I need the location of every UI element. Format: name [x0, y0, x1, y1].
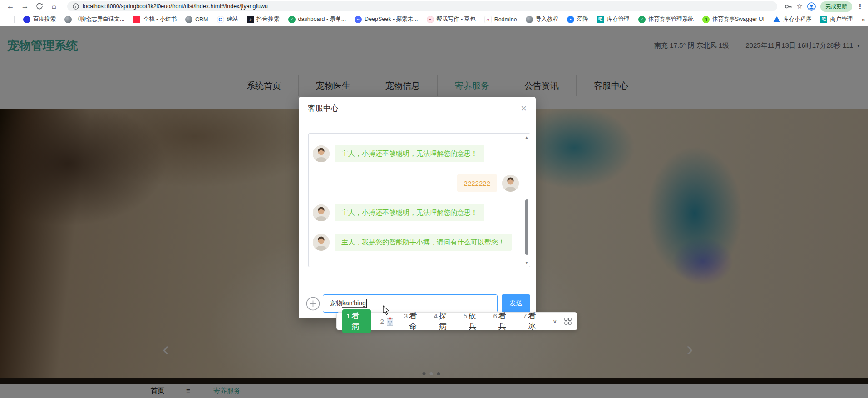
ime-panel-grid-icon[interactable]: [564, 318, 572, 325]
bookmark-favicon: [64, 16, 72, 23]
bookmark-item[interactable]: 库存小程序: [773, 15, 812, 23]
scroll-down-icon[interactable]: ▼: [525, 261, 528, 265]
ime-candidate[interactable]: 2: [380, 317, 395, 326]
ime-candidate[interactable]: 5 砍兵: [464, 311, 484, 332]
scroll-up-icon[interactable]: ▲: [525, 135, 528, 139]
candidate-index: 2: [380, 318, 384, 325]
message-bubble: 2222222: [457, 174, 497, 192]
bookmark-item[interactable]: CRM: [185, 16, 208, 23]
bookmark-item[interactable]: 百度搜索: [23, 15, 56, 23]
bookmark-favicon: [185, 16, 192, 23]
ime-candidates: 1 看病 2 3 看命: [342, 309, 543, 333]
bookmark-favicon: [773, 16, 780, 22]
bookmark-item[interactable]: 导入教程: [526, 15, 558, 23]
ime-candidate[interactable]: 4 探病: [434, 311, 454, 332]
ime-candidate[interactable]: 7 看冰: [523, 311, 543, 332]
bookmark-label: Redmine: [494, 16, 517, 23]
chat-message: 主人，小搏还不够聪明，无法理解您的意思！: [313, 204, 523, 221]
ime-composition-text: kan'bing: [342, 299, 366, 308]
message-bubble: 主人，我是您的智能助手小搏，请问有什么可以帮您！: [335, 234, 512, 251]
bookmark-favicon: [355, 16, 362, 23]
ime-candidate[interactable]: 3 看命: [404, 311, 424, 332]
site-info-icon[interactable]: [73, 3, 79, 10]
ime-candidate[interactable]: 6 看兵: [493, 311, 513, 332]
bookmark-item[interactable]: 全栈 - 小红书: [133, 15, 177, 23]
chrome-menu-icon[interactable]: ⋮: [857, 2, 863, 10]
bookmark-item[interactable]: 帮我写作 - 豆包: [427, 15, 476, 23]
bookmark-label: 建站: [227, 15, 238, 23]
person-avatar-image: [313, 145, 330, 162]
chat-message-list: 主人，小搏还不够聪明，无法理解您的意思！ 2222222 主人，小搏还不够聪明，…: [309, 134, 523, 267]
bookmark-favicon: [597, 16, 604, 23]
bookmark-favicon: [133, 16, 140, 23]
password-key-icon[interactable]: [784, 3, 792, 10]
back-button[interactable]: ←: [5, 1, 16, 12]
bookmark-item[interactable]: dashboard - 录单...: [288, 15, 346, 23]
bookmark-item[interactable]: Redmine: [484, 16, 517, 23]
bookmark-favicon: [638, 16, 646, 23]
ime-expand-chevron-icon[interactable]: ∨: [552, 318, 557, 325]
modal-title: 客服中心: [308, 103, 339, 114]
scrollbar-thumb[interactable]: [525, 199, 528, 255]
person-avatar-image: [313, 204, 330, 221]
bookmark-item[interactable]: 体育赛事Swagger UI: [702, 15, 764, 23]
candidate-text: 看病: [351, 311, 366, 332]
avatar: [313, 234, 330, 251]
ime-candidate[interactable]: 1 看病: [342, 309, 371, 333]
bookmark-item[interactable]: 《聊斋志异白话文...: [64, 15, 124, 23]
forward-button[interactable]: →: [19, 1, 31, 12]
bookmark-favicon: [217, 16, 224, 23]
bookmark-label: DeepSeek - 探索未...: [365, 15, 418, 23]
bookmarks-bar: 百度搜索 《聊斋志异白话文... 全栈 - 小红书 CRM 建站 抖音搜索 da…: [0, 13, 868, 26]
candidate-index: 6: [493, 312, 497, 320]
bookmark-favicon: [702, 16, 710, 23]
bookmark-favicon: [820, 16, 827, 23]
bookmarks-overflow-chevron[interactable]: »: [861, 15, 865, 23]
candidate-index: 1: [346, 312, 350, 320]
bookmark-favicon: [247, 16, 254, 23]
bookmark-label: 百度搜索: [33, 15, 56, 23]
home-button[interactable]: ⌂: [48, 1, 60, 12]
ime-controls: ∨: [552, 318, 572, 325]
bookmark-label: 爱降: [577, 15, 588, 23]
bookmark-item[interactable]: DeepSeek - 探索未...: [355, 15, 418, 23]
avatar: [313, 204, 330, 221]
chrome-update-button[interactable]: 完成更新: [820, 1, 852, 12]
url-text: localhost:8080/springboot8k2i0euo/front/…: [83, 3, 268, 10]
candidate-index: 3: [404, 312, 408, 320]
add-attachment-icon[interactable]: [306, 297, 320, 311]
candidate-index: 5: [464, 312, 467, 320]
candidate-index: 4: [434, 312, 437, 320]
bookmark-item[interactable]: 商户管理: [820, 15, 853, 23]
close-icon[interactable]: ×: [521, 104, 527, 114]
candidate-text: 看命: [409, 311, 424, 332]
input-typed-text: 宠物: [330, 299, 342, 308]
reload-icon: [36, 3, 43, 10]
bookmark-favicon: [526, 16, 533, 23]
candidate-index: 7: [523, 312, 527, 320]
reload-button[interactable]: [34, 1, 45, 12]
profile-avatar-icon[interactable]: [807, 2, 816, 11]
message-bubble: 主人，小搏还不够聪明，无法理解您的意思！: [335, 204, 484, 221]
address-bar[interactable]: localhost:8080/springboot8k2i0euo/front/…: [67, 1, 777, 11]
bookmarks-list: 百度搜索 《聊斋志异白话文... 全栈 - 小红书 CRM 建站 抖音搜索 da…: [23, 15, 853, 23]
bookmark-item[interactable]: 建站: [217, 15, 238, 23]
bookmark-item[interactable]: 体育赛事管理系统: [638, 15, 694, 23]
bookmark-label: 帮我写作 - 豆包: [437, 15, 476, 23]
bookmark-label: 《聊斋志异白话文...: [74, 15, 124, 23]
bookmark-favicon: [288, 16, 296, 23]
person-avatar-image: [502, 175, 519, 192]
avatar: [313, 145, 330, 162]
bookmark-label: 体育赛事Swagger UI: [712, 15, 764, 23]
hospital-emoji-icon: [385, 317, 395, 326]
bookmark-item[interactable]: 库存管理: [597, 15, 630, 23]
bookmark-star-icon[interactable]: ☆: [797, 2, 803, 10]
bookmark-item[interactable]: 抖音搜索: [247, 15, 280, 23]
bookmark-label: 全栈 - 小红书: [143, 15, 177, 23]
candidate-text: 砍兵: [469, 311, 483, 332]
bookmark-item[interactable]: 爱降: [567, 15, 588, 23]
ime-candidate-bar: 1 看病 2 3 看命: [336, 312, 577, 330]
bookmark-label: 库存小程序: [783, 15, 812, 23]
bookmark-label: 商户管理: [830, 15, 853, 23]
mouse-cursor: [383, 305, 390, 315]
